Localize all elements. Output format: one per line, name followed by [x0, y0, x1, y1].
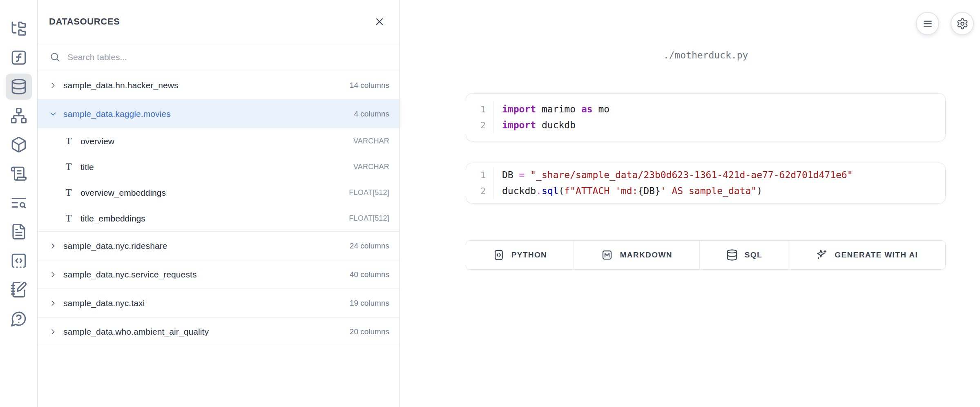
sidebar-item-dependencies[interactable]	[6, 103, 32, 129]
table-row[interactable]: sample_data.kaggle.movies4 columns	[38, 100, 399, 128]
datasources-panel: DATASOURCES sample_data.hn.hacker_news14…	[38, 0, 400, 407]
add-button-label: SQL	[745, 250, 762, 259]
table-name: sample_data.hn.hacker_news	[63, 81, 344, 90]
table-row[interactable]: sample_data.hn.hacker_news14 columns	[38, 71, 399, 100]
column-datatype: FLOAT[512]	[349, 214, 389, 223]
menu-icon	[922, 18, 934, 30]
gear-icon	[956, 18, 969, 30]
sidebar-item-documentation[interactable]	[6, 219, 32, 245]
table-column-count: 14 columns	[350, 81, 389, 90]
cell-actions-menu-button[interactable]	[916, 12, 939, 35]
sidebar-item-scratchpad[interactable]	[6, 277, 32, 303]
chevron-right-icon	[49, 81, 58, 90]
column-datatype: VARCHAR	[353, 137, 389, 145]
tables-list: sample_data.hn.hacker_news14 columnssamp…	[38, 71, 399, 407]
column-name: title_embeddings	[80, 214, 342, 224]
topbar-actions	[916, 12, 974, 35]
search-icon	[49, 51, 60, 63]
column-type-icon: T	[64, 188, 74, 198]
column-name: title	[80, 162, 346, 172]
file-text-icon	[10, 223, 27, 240]
chat-question-icon	[10, 310, 27, 327]
code-lines: import marimo as moimport duckdb	[493, 101, 945, 133]
close-panel-button[interactable]	[374, 16, 385, 27]
sparkles-icon	[816, 249, 828, 261]
column-row[interactable]: TtitleVARCHAR	[38, 154, 399, 180]
sidebar-item-packages[interactable]	[6, 132, 32, 158]
column-row[interactable]: Toverview_embeddingsFLOAT[512]	[38, 180, 399, 206]
markdown-icon	[601, 249, 613, 261]
table-name: sample_data.who.ambient_air_quality	[63, 327, 344, 337]
column-type-icon: T	[64, 213, 74, 224]
table-column-count: 20 columns	[350, 327, 389, 336]
table-row[interactable]: sample_data.nyc.service_requests40 colum…	[38, 260, 399, 289]
function-square-icon	[10, 49, 27, 66]
add-markdown-cell-button[interactable]: MARKDOWN	[574, 241, 700, 269]
code-line: import marimo as mo	[502, 101, 945, 117]
activity-sidebar	[0, 0, 38, 407]
table-row[interactable]: sample_data.nyc.rideshare24 columns	[38, 232, 399, 260]
sidebar-item-search-logs[interactable]	[6, 190, 32, 216]
table-row[interactable]: sample_data.nyc.taxi19 columns	[38, 289, 399, 318]
folder-tree-icon	[10, 20, 27, 37]
column-name: overview	[80, 136, 346, 146]
scroll-text-icon	[10, 165, 27, 182]
sidebar-item-file-explorer[interactable]	[6, 16, 32, 42]
package-box-icon	[10, 136, 27, 153]
sidebar-item-functions[interactable]	[6, 45, 32, 71]
line-numbers: 12	[466, 167, 493, 199]
code-editor: 12import marimo as moimport duckdb	[466, 101, 945, 133]
table-column-count: 24 columns	[350, 242, 389, 250]
column-type-icon: T	[64, 162, 74, 172]
sidebar-item-chat-help[interactable]	[6, 306, 32, 332]
code-cell[interactable]: 12import marimo as moimport duckdb	[466, 93, 946, 141]
sidebar-item-logs[interactable]	[6, 161, 32, 187]
settings-button[interactable]	[951, 12, 974, 35]
chevron-right-icon	[49, 299, 58, 308]
table-column-count: 40 columns	[350, 270, 389, 279]
code-square-icon	[493, 249, 505, 261]
code-square-dashed-icon	[10, 252, 27, 269]
code-cell[interactable]: 12DB = "_share/sample_data/23b0d623-1361…	[466, 163, 946, 204]
table-columns-group: ToverviewVARCHARTtitleVARCHARToverview_e…	[38, 128, 399, 232]
table-name: sample_data.kaggle.movies	[63, 109, 348, 119]
code-line: import duckdb	[502, 117, 945, 133]
add-sql-cell-button[interactable]: SQL	[700, 241, 788, 269]
table-column-count: 19 columns	[350, 299, 389, 308]
panel-title: DATASOURCES	[49, 16, 120, 27]
table-name: sample_data.nyc.service_requests	[63, 270, 344, 280]
table-name: sample_data.nyc.rideshare	[63, 241, 344, 251]
sidebar-item-datasources[interactable]	[6, 74, 32, 100]
notebook-filename[interactable]: ./motherduck.py	[466, 50, 946, 60]
database-icon	[10, 78, 27, 95]
code-lines: DB = "_share/sample_data/23b0d623-1361-4…	[493, 167, 945, 199]
dependency-graph-icon	[10, 107, 27, 124]
notebook-pen-icon	[10, 281, 27, 298]
chevron-right-icon	[49, 242, 58, 250]
column-row[interactable]: ToverviewVARCHAR	[38, 128, 399, 154]
column-datatype: VARCHAR	[353, 163, 389, 171]
add-python-cell-button[interactable]: PYTHON	[466, 241, 574, 269]
add-cell-toolbar: PYTHONMARKDOWNSQLGENERATE WITH AI	[466, 240, 946, 270]
generate-with-ai-button[interactable]: GENERATE WITH AI	[788, 241, 945, 269]
search-input[interactable]	[67, 52, 389, 62]
chevron-right-icon	[49, 327, 58, 336]
sidebar-item-snippets[interactable]	[6, 248, 32, 274]
code-editor: 12DB = "_share/sample_data/23b0d623-1361…	[466, 167, 945, 199]
text-search-icon	[10, 194, 27, 211]
line-numbers: 12	[466, 101, 493, 133]
add-button-label: GENERATE WITH AI	[835, 250, 918, 259]
chevron-right-icon	[49, 270, 58, 279]
chevron-down-icon	[49, 110, 58, 119]
notebook-main: ./motherduck.py 12import marimo as moimp…	[400, 0, 980, 407]
cells-container: 12import marimo as moimport duckdb12DB =…	[466, 93, 946, 204]
add-button-label: MARKDOWN	[620, 250, 672, 259]
notebook-document: ./motherduck.py 12import marimo as moimp…	[466, 50, 946, 270]
column-row[interactable]: Ttitle_embeddingsFLOAT[512]	[38, 206, 399, 231]
column-name: overview_embeddings	[80, 188, 342, 198]
search-row	[38, 43, 399, 71]
column-datatype: FLOAT[512]	[349, 188, 389, 197]
code-line: DB = "_share/sample_data/23b0d623-1361-4…	[502, 167, 945, 183]
table-row[interactable]: sample_data.who.ambient_air_quality20 co…	[38, 318, 399, 346]
database-icon	[726, 249, 738, 261]
